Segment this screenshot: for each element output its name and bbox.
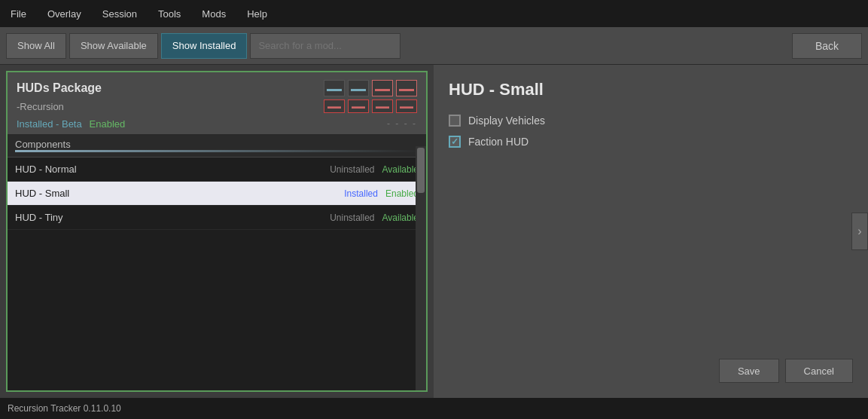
component-row[interactable]: HUD - TinyUninstalledAvailable <box>8 206 426 230</box>
rec-icon-1[interactable]: ▬▬ <box>324 99 345 113</box>
rec-icon-3[interactable]: ▬▬ <box>372 99 393 113</box>
main-content: HUDs Package ▬▬ ▬▬ ▬▬ ▬▬ -Recursion ▬▬ ▬… <box>0 65 868 398</box>
rec-icon-2[interactable]: ▬▬ <box>348 99 369 113</box>
show-all-button[interactable]: Show All <box>6 33 66 59</box>
components-section: Components HUD - NormalUninstalledAvaila… <box>8 134 426 390</box>
components-header-bar <box>15 150 419 152</box>
menu-help[interactable]: Help <box>242 5 272 23</box>
component-availability: Available <box>382 164 419 175</box>
show-installed-button[interactable]: Show Installed <box>161 33 248 59</box>
menu-file[interactable]: File <box>6 5 31 23</box>
component-name: HUD - Normal <box>15 164 330 175</box>
recursion-icons: ▬▬ ▬▬ ▬▬ ▬▬ <box>324 99 417 113</box>
checkboxes-container: Display VehiclesFaction HUD <box>449 115 853 157</box>
components-label: Components <box>15 139 419 150</box>
checkbox-row-display-vehicles[interactable]: Display Vehicles <box>449 115 853 127</box>
action-buttons: Save Cancel <box>449 359 853 383</box>
component-row[interactable]: HUD - SmallInstalledEnabled <box>8 182 426 206</box>
component-status: Installed <box>344 188 378 199</box>
scroll-track[interactable] <box>416 146 426 390</box>
checkbox-label-faction-hud: Faction HUD <box>468 136 528 148</box>
recursion-label: -Recursion <box>17 101 64 112</box>
checkbox-display-vehicles[interactable] <box>449 115 461 127</box>
rec-icon-4[interactable]: ▬▬ <box>396 99 417 113</box>
statusbar: Recursion Tracker 0.11.0.10 <box>0 398 868 419</box>
show-available-button[interactable]: Show Available <box>69 33 158 59</box>
menu-overlay[interactable]: Overlay <box>43 5 86 23</box>
scroll-thumb <box>417 148 425 193</box>
status-dashes: - - - - <box>387 118 417 129</box>
search-input[interactable] <box>250 33 400 59</box>
checkbox-label-display-vehicles: Display Vehicles <box>468 115 545 127</box>
component-name: HUD - Small <box>15 188 344 199</box>
component-availability: Enabled <box>385 188 419 199</box>
checkbox-faction-hud[interactable] <box>449 136 461 148</box>
menu-mods[interactable]: Mods <box>197 5 230 23</box>
right-spacer <box>449 157 853 359</box>
component-status: Uninstalled <box>330 164 374 175</box>
checkbox-row-faction-hud[interactable]: Faction HUD <box>449 136 853 148</box>
package-name: HUDs Package <box>17 81 102 95</box>
package-header: HUDs Package ▬▬ ▬▬ ▬▬ ▬▬ -Recursion ▬▬ ▬… <box>8 72 426 134</box>
right-panel: HUD - Small Display VehiclesFaction HUD … <box>434 65 868 398</box>
installed-status: Installed - Beta <box>17 118 82 130</box>
component-status: Uninstalled <box>330 213 374 223</box>
detail-title: HUD - Small <box>449 80 853 99</box>
component-availability: Available <box>382 213 419 223</box>
component-name: HUD - Tiny <box>15 212 330 223</box>
pkg-icon-1[interactable]: ▬▬ <box>324 80 345 96</box>
back-button[interactable]: Back <box>792 33 862 59</box>
package-icons: ▬▬ ▬▬ ▬▬ ▬▬ <box>324 80 417 96</box>
statusbar-text: Recursion Tracker 0.11.0.10 <box>8 403 121 414</box>
menu-session[interactable]: Session <box>98 5 142 23</box>
components-header: Components <box>8 134 426 158</box>
pkg-icon-4[interactable]: ▬▬ <box>396 80 417 96</box>
component-list: HUD - NormalUninstalledAvailableHUD - Sm… <box>8 158 426 390</box>
enabled-status: Enabled <box>90 118 126 130</box>
pkg-icon-3[interactable]: ▬▬ <box>372 80 393 96</box>
cancel-button[interactable]: Cancel <box>785 359 853 383</box>
pkg-icon-2[interactable]: ▬▬ <box>348 80 369 96</box>
menubar: File Overlay Session Tools Mods Help <box>0 0 868 27</box>
menu-tools[interactable]: Tools <box>154 5 185 23</box>
toolbar: Show All Show Available Show Installed B… <box>0 27 868 65</box>
left-panel: HUDs Package ▬▬ ▬▬ ▬▬ ▬▬ -Recursion ▬▬ ▬… <box>6 71 428 392</box>
chevron-right-icon[interactable]: › <box>851 213 868 250</box>
component-row[interactable]: HUD - NormalUninstalledAvailable <box>8 158 426 182</box>
save-button[interactable]: Save <box>719 359 779 383</box>
